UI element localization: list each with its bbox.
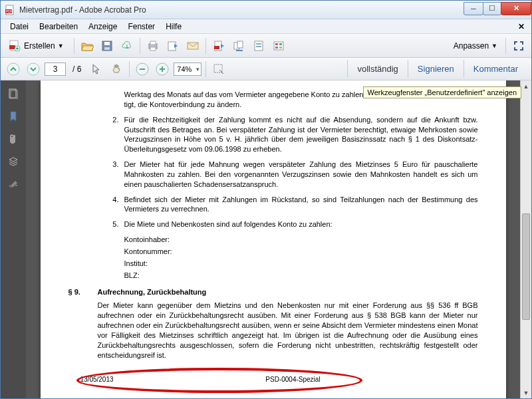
close-button[interactable]: ✕ xyxy=(501,2,531,15)
chevron-down-icon: ▼ xyxy=(58,43,64,49)
zoom-value: 74% xyxy=(177,65,192,73)
tab-signieren[interactable]: Signieren xyxy=(408,60,464,78)
bank-blz: BLZ: xyxy=(124,271,478,281)
thumbnails-panel-button[interactable] xyxy=(5,86,21,102)
cut-line2: tigt, die Kontoverbindung zu ändern. xyxy=(124,100,242,108)
svg-point-26 xyxy=(7,63,19,75)
scroll-thumb[interactable] xyxy=(522,213,530,320)
svg-rect-25 xyxy=(279,47,282,49)
zoom-in-button[interactable] xyxy=(154,61,171,78)
item-4: Befindet sich der Mieter mit Zahlungen i… xyxy=(124,195,478,215)
svg-rect-23 xyxy=(279,43,282,45)
page-down-button[interactable] xyxy=(25,61,42,78)
menu-datei[interactable]: Datei xyxy=(5,21,34,33)
scroll-down-button[interactable]: ▼ xyxy=(521,387,531,398)
fullscreen-button[interactable] xyxy=(510,37,527,55)
bank-account: Kontonummer: xyxy=(124,247,478,257)
svg-rect-8 xyxy=(104,47,110,50)
svg-rect-11 xyxy=(150,47,156,51)
item-5: Die Miete und Nebenkosten sind auf folge… xyxy=(124,219,478,229)
pdf-page: Werktag des Monats auf das vom Vermieter… xyxy=(41,80,506,398)
tooltip: Werkzeugfenster „Benutzerdefiniert" anze… xyxy=(363,86,521,98)
menu-bearbeiten[interactable]: Bearbeiten xyxy=(34,21,83,33)
create-label: Erstellen xyxy=(24,41,55,51)
item-2: Für die Rechtzeitigkeit der Zahlung komm… xyxy=(124,115,478,154)
zoom-out-button[interactable] xyxy=(134,61,151,78)
hand-tool[interactable] xyxy=(108,61,125,78)
sidebar xyxy=(1,80,26,398)
page-footer: 13/05/2013 PSD-0004-Spezial xyxy=(80,375,466,384)
toolbar-main: Erstellen ▼ Anpassen ▼ xyxy=(1,34,531,58)
tab-kommentar[interactable]: Kommentar xyxy=(464,60,527,78)
section-9-body: Der Mieter kann gegenüber dem Mietzins u… xyxy=(98,301,478,360)
multimedia-button[interactable] xyxy=(270,37,287,55)
create-button[interactable]: Erstellen ▼ xyxy=(5,37,70,55)
minimize-button[interactable]: ─ xyxy=(464,2,483,15)
footer-ref: PSD-0004-Spezial xyxy=(120,375,466,384)
menu-hilfe[interactable]: Hilfe xyxy=(160,21,187,33)
vertical-scrollbar[interactable]: ▲ ▼ xyxy=(520,80,531,398)
cloud-button[interactable] xyxy=(118,37,136,55)
save-button[interactable] xyxy=(98,37,116,55)
page-total: / 6 xyxy=(68,65,85,74)
zoom-select[interactable]: 74% xyxy=(174,63,201,76)
marquee-zoom-button[interactable] xyxy=(210,61,227,78)
doc-close-button[interactable]: ✕ xyxy=(515,22,527,31)
svg-rect-22 xyxy=(275,43,278,45)
toolbar-nav: / 6 74% vollständig Signieren Kommentar xyxy=(1,58,531,80)
bank-owner: Kontoinhaber: xyxy=(124,235,478,245)
svg-rect-21 xyxy=(274,42,283,50)
section-9-heading: § 9. Aufrechnung, Zurückbehaltung xyxy=(68,287,478,297)
anpassen-button[interactable]: Anpassen ▼ xyxy=(450,41,501,51)
svg-rect-24 xyxy=(275,47,278,49)
window-title: Mietvertrag.pdf - Adobe Acrobat Pro xyxy=(19,5,464,15)
form-button[interactable] xyxy=(250,37,267,55)
page-up-button[interactable] xyxy=(5,61,22,78)
page-input[interactable] xyxy=(45,63,66,76)
anpassen-label: Anpassen xyxy=(454,41,489,51)
svg-rect-19 xyxy=(256,43,261,45)
svg-rect-15 xyxy=(214,46,219,49)
bookmarks-panel-button[interactable] xyxy=(5,108,21,124)
cut-line1: Werktag des Monats auf das vom Vermieter… xyxy=(124,90,373,98)
document-area[interactable]: Werktag des Monats auf das vom Vermieter… xyxy=(26,80,520,398)
layers-panel-button[interactable] xyxy=(5,154,21,170)
svg-point-27 xyxy=(27,63,39,75)
svg-rect-20 xyxy=(256,46,261,47)
maximize-button[interactable]: ☐ xyxy=(483,2,501,15)
share-button[interactable] xyxy=(164,37,182,55)
menubar: Datei Bearbeiten Anzeige Fenster Hilfe ✕ xyxy=(1,19,531,34)
section-num: § 9. xyxy=(68,287,98,297)
attachments-panel-button[interactable] xyxy=(5,131,21,147)
svg-rect-7 xyxy=(104,42,110,45)
pdf-icon: PDF xyxy=(5,5,15,15)
item-3: Der Mieter hat für jede Mahnung wegen ve… xyxy=(124,160,478,190)
svg-text:PDF: PDF xyxy=(6,9,13,13)
titlebar: PDF Mietvertrag.pdf - Adobe Acrobat Pro … xyxy=(1,1,531,19)
email-button[interactable] xyxy=(184,37,201,55)
create-icon xyxy=(8,39,21,53)
svg-rect-17 xyxy=(237,41,243,48)
bank-institute: Institut: xyxy=(124,259,478,269)
combine-button[interactable] xyxy=(230,37,247,55)
print-button[interactable] xyxy=(144,37,162,55)
chevron-down-icon: ▼ xyxy=(491,43,497,49)
tab-vollstaendig[interactable]: vollständig xyxy=(347,60,407,78)
signatures-panel-button[interactable] xyxy=(5,176,21,192)
export-button[interactable] xyxy=(210,37,227,55)
open-button[interactable] xyxy=(78,37,96,55)
scroll-up-button[interactable]: ▲ xyxy=(521,80,531,92)
section-title: Aufrechnung, Zurückbehaltung xyxy=(98,287,207,297)
select-tool[interactable] xyxy=(88,61,105,78)
svg-rect-10 xyxy=(150,41,156,45)
menu-anzeige[interactable]: Anzeige xyxy=(83,21,122,33)
menu-fenster[interactable]: Fenster xyxy=(122,21,160,33)
